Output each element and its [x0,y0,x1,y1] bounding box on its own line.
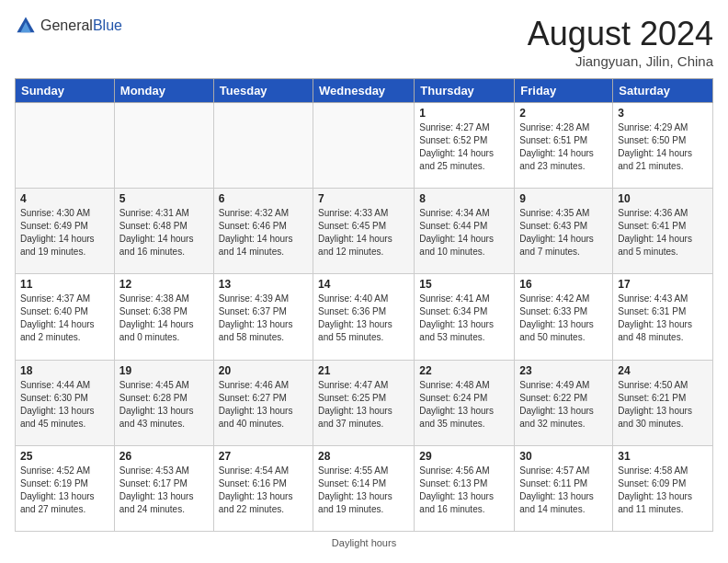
day-info: Sunrise: 4:56 AMSunset: 6:13 PMDaylight:… [419,465,509,516]
header-row: SundayMondayTuesdayWednesdayThursdayFrid… [16,79,713,103]
calendar-cell: 10Sunrise: 4:36 AMSunset: 6:41 PMDayligh… [613,189,713,274]
calendar-cell: 13Sunrise: 4:39 AMSunset: 6:37 PMDayligh… [213,274,313,360]
day-number: 9 [519,192,608,205]
day-info: Sunrise: 4:55 AMSunset: 6:14 PMDaylight:… [318,465,409,516]
day-info: Sunrise: 4:36 AMSunset: 6:41 PMDaylight:… [618,207,708,259]
calendar-cell: 18Sunrise: 4:44 AMSunset: 6:30 PMDayligh… [16,360,115,445]
day-number: 29 [419,450,509,463]
day-header-saturday: Saturday [613,79,713,103]
calendar-cell: 8Sunrise: 4:34 AMSunset: 6:44 PMDaylight… [415,189,515,274]
logo-general-text: General [40,17,93,33]
day-info: Sunrise: 4:52 AMSunset: 6:19 PMDaylight:… [20,465,109,516]
day-info: Sunrise: 4:42 AMSunset: 6:33 PMDaylight:… [519,293,608,344]
day-number: 28 [318,450,409,463]
calendar-cell: 15Sunrise: 4:41 AMSunset: 6:34 PMDayligh… [415,274,515,360]
day-number: 7 [318,192,409,205]
day-info: Sunrise: 4:50 AMSunset: 6:21 PMDaylight:… [618,379,708,431]
calendar-cell: 14Sunrise: 4:40 AMSunset: 6:36 PMDayligh… [313,274,415,360]
calendar-cell: 5Sunrise: 4:31 AMSunset: 6:48 PMDaylight… [114,189,213,274]
calendar-cell: 9Sunrise: 4:35 AMSunset: 6:43 PMDaylight… [515,189,613,274]
calendar-cell: 1Sunrise: 4:27 AMSunset: 6:52 PMDaylight… [415,103,515,189]
calendar-cell: 17Sunrise: 4:43 AMSunset: 6:31 PMDayligh… [613,274,713,360]
day-info: Sunrise: 4:29 AMSunset: 6:50 PMDaylight:… [618,121,708,173]
day-number: 13 [219,278,308,291]
day-info: Sunrise: 4:30 AMSunset: 6:49 PMDaylight:… [20,207,109,259]
day-number: 19 [119,364,209,377]
calendar-cell: 26Sunrise: 4:53 AMSunset: 6:17 PMDayligh… [114,445,213,531]
calendar-cell: 23Sunrise: 4:49 AMSunset: 6:22 PMDayligh… [515,360,613,445]
day-header-friday: Friday [515,79,613,103]
calendar-cell [213,103,313,189]
calendar-cell: 25Sunrise: 4:52 AMSunset: 6:19 PMDayligh… [16,445,115,531]
day-info: Sunrise: 4:41 AMSunset: 6:34 PMDaylight:… [419,293,509,344]
logo: GeneralBlue [15,15,122,37]
day-number: 15 [419,278,509,291]
calendar-cell: 30Sunrise: 4:57 AMSunset: 6:11 PMDayligh… [515,445,613,531]
day-header-sunday: Sunday [16,79,115,103]
day-number: 16 [519,278,608,291]
calendar-cell: 16Sunrise: 4:42 AMSunset: 6:33 PMDayligh… [515,274,613,360]
title-block: August 2024 Jiangyuan, Jilin, China [528,15,713,69]
day-info: Sunrise: 4:28 AMSunset: 6:51 PMDaylight:… [519,121,608,173]
day-number: 1 [419,107,509,120]
day-number: 2 [519,107,608,120]
calendar-table: SundayMondayTuesdayWednesdayThursdayFrid… [15,78,713,532]
calendar-cell [16,103,115,189]
week-row-2: 4Sunrise: 4:30 AMSunset: 6:49 PMDaylight… [16,189,713,274]
day-info: Sunrise: 4:49 AMSunset: 6:22 PMDaylight:… [519,379,608,431]
day-number: 8 [419,192,509,205]
day-number: 10 [618,192,708,205]
calendar-cell: 2Sunrise: 4:28 AMSunset: 6:51 PMDaylight… [515,103,613,189]
day-number: 21 [318,364,409,377]
calendar-cell: 4Sunrise: 4:30 AMSunset: 6:49 PMDaylight… [16,189,115,274]
logo-blue-text: Blue [93,17,122,33]
day-number: 5 [119,192,209,205]
calendar-cell: 22Sunrise: 4:48 AMSunset: 6:24 PMDayligh… [415,360,515,445]
day-number: 20 [219,364,308,377]
day-info: Sunrise: 4:27 AMSunset: 6:52 PMDaylight:… [419,121,509,173]
calendar-cell [114,103,213,189]
day-number: 11 [20,278,109,291]
day-number: 23 [519,364,608,377]
calendar-cell: 21Sunrise: 4:47 AMSunset: 6:25 PMDayligh… [313,360,415,445]
day-header-thursday: Thursday [415,79,515,103]
day-header-tuesday: Tuesday [213,79,313,103]
day-info: Sunrise: 4:43 AMSunset: 6:31 PMDaylight:… [618,293,708,344]
day-number: 26 [119,450,209,463]
day-info: Sunrise: 4:34 AMSunset: 6:44 PMDaylight:… [419,207,509,259]
day-number: 14 [318,278,409,291]
week-row-5: 25Sunrise: 4:52 AMSunset: 6:19 PMDayligh… [16,445,713,531]
day-info: Sunrise: 4:47 AMSunset: 6:25 PMDaylight:… [318,379,409,431]
day-info: Sunrise: 4:44 AMSunset: 6:30 PMDaylight:… [20,379,109,431]
day-number: 24 [618,364,708,377]
day-number: 18 [20,364,109,377]
calendar-cell: 27Sunrise: 4:54 AMSunset: 6:16 PMDayligh… [213,445,313,531]
calendar-cell: 6Sunrise: 4:32 AMSunset: 6:46 PMDaylight… [213,189,313,274]
day-number: 22 [419,364,509,377]
calendar-title: August 2024 [528,15,713,53]
header: GeneralBlue August 2024 Jiangyuan, Jilin… [15,15,713,69]
calendar-cell: 11Sunrise: 4:37 AMSunset: 6:40 PMDayligh… [16,274,115,360]
day-number: 27 [219,450,308,463]
day-number: 3 [618,107,708,120]
page: GeneralBlue August 2024 Jiangyuan, Jilin… [0,0,728,563]
day-number: 6 [219,192,308,205]
day-number: 31 [618,450,708,463]
calendar-cell: 3Sunrise: 4:29 AMSunset: 6:50 PMDaylight… [613,103,713,189]
calendar-cell: 31Sunrise: 4:58 AMSunset: 6:09 PMDayligh… [613,445,713,531]
day-header-monday: Monday [114,79,213,103]
calendar-cell: 12Sunrise: 4:38 AMSunset: 6:38 PMDayligh… [114,274,213,360]
day-number: 4 [20,192,109,205]
day-info: Sunrise: 4:45 AMSunset: 6:28 PMDaylight:… [119,379,209,431]
calendar-cell: 28Sunrise: 4:55 AMSunset: 6:14 PMDayligh… [313,445,415,531]
day-info: Sunrise: 4:32 AMSunset: 6:46 PMDaylight:… [219,207,308,259]
day-info: Sunrise: 4:35 AMSunset: 6:43 PMDaylight:… [519,207,608,259]
day-info: Sunrise: 4:53 AMSunset: 6:17 PMDaylight:… [119,465,209,516]
day-info: Sunrise: 4:31 AMSunset: 6:48 PMDaylight:… [119,207,209,259]
day-info: Sunrise: 4:58 AMSunset: 6:09 PMDaylight:… [618,465,708,516]
day-number: 17 [618,278,708,291]
day-info: Sunrise: 4:54 AMSunset: 6:16 PMDaylight:… [219,465,308,516]
day-info: Sunrise: 4:38 AMSunset: 6:38 PMDaylight:… [119,293,209,344]
day-info: Sunrise: 4:57 AMSunset: 6:11 PMDaylight:… [519,465,608,516]
day-header-wednesday: Wednesday [313,79,415,103]
